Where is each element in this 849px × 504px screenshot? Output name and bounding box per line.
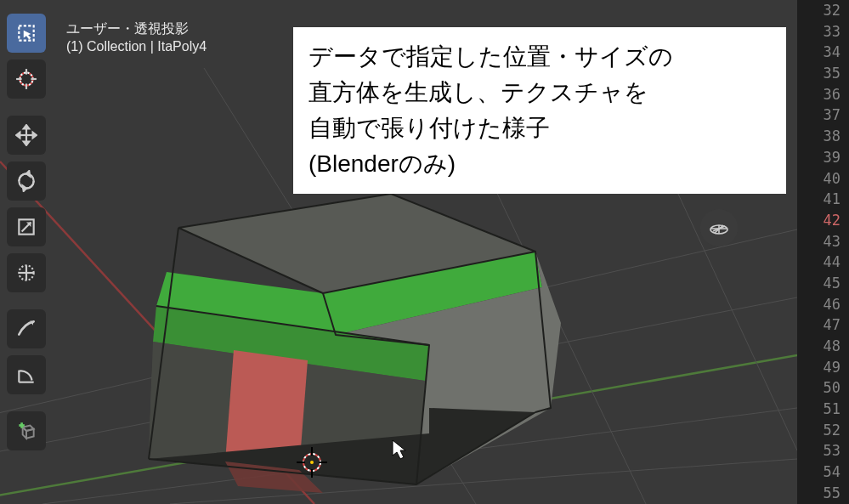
line-number: 43 — [797, 231, 849, 252]
svg-marker-29 — [24, 31, 31, 40]
viewport-title: ユーザー・透視投影 — [66, 20, 189, 38]
viewport-subtitle: (1) Collection | ItaPoly4 — [66, 39, 207, 54]
line-number-gutter: 3233343536373839404142434445464748495051… — [797, 0, 849, 504]
line-number: 52 — [797, 420, 849, 441]
measure-icon — [15, 364, 37, 386]
svg-marker-38 — [24, 125, 30, 128]
line-number: 53 — [797, 440, 849, 462]
toolbar — [7, 14, 46, 450]
line-number: 34 — [797, 42, 849, 63]
mouse-pointer — [391, 439, 408, 461]
line-number: 42 — [797, 210, 849, 231]
line-number: 50 — [797, 377, 849, 399]
line-number: 32 — [797, 0, 849, 21]
annotation-line: データで指定した位置・サイズの — [308, 39, 771, 75]
line-number: 55 — [797, 483, 849, 504]
cube-mesh[interactable] — [85, 153, 586, 504]
viewport-grid-icon — [709, 218, 729, 238]
tool-add-cube[interactable] — [7, 411, 46, 450]
line-number: 44 — [797, 252, 849, 273]
line-number: 33 — [797, 21, 849, 42]
line-number: 54 — [797, 462, 849, 483]
annotation-overlay: データで指定した位置・サイズの 直方体を生成し、テクスチャを 自動で張り付けた様… — [293, 27, 786, 194]
tool-rotate[interactable] — [7, 161, 46, 201]
tool-select-box[interactable] — [7, 14, 46, 53]
svg-marker-41 — [33, 133, 37, 139]
annotation-line: 自動で張り付けた様子 — [308, 110, 771, 146]
line-number: 48 — [797, 336, 849, 357]
line-number: 37 — [797, 105, 849, 126]
tool-transform[interactable] — [7, 253, 46, 292]
scale-icon — [15, 216, 37, 238]
tool-annotate[interactable] — [7, 309, 46, 348]
line-number: 46 — [797, 294, 849, 315]
tool-measure[interactable] — [7, 355, 46, 394]
svg-marker-39 — [24, 142, 30, 145]
viewport-gizmo-panel — [700, 209, 738, 246]
rotate-icon — [15, 170, 37, 192]
svg-marker-43 — [26, 171, 30, 177]
annotation-line: (Blenderのみ) — [308, 146, 771, 182]
tool-cursor[interactable] — [7, 59, 46, 99]
viewport-3d[interactable]: ユーザー・透視投影 (1) Collection | ItaPoly4 — [0, 0, 797, 504]
move-icon — [15, 124, 37, 146]
tool-move[interactable] — [7, 116, 46, 155]
select-box-icon — [15, 22, 37, 44]
svg-point-26 — [310, 461, 314, 464]
add-cube-icon — [15, 420, 37, 442]
annotate-icon — [15, 318, 37, 340]
line-number: 38 — [797, 126, 849, 147]
line-number: 51 — [797, 399, 849, 420]
line-number: 47 — [797, 314, 849, 336]
svg-marker-54 — [26, 429, 34, 439]
line-number: 39 — [797, 147, 849, 168]
line-number: 35 — [797, 63, 849, 84]
annotation-line: 直方体を生成し、テクスチャを — [308, 75, 771, 110]
line-number: 36 — [797, 84, 849, 105]
svg-marker-27 — [393, 440, 405, 459]
line-number: 40 — [797, 168, 849, 190]
svg-marker-40 — [16, 133, 20, 139]
line-number: 45 — [797, 273, 849, 294]
cursor-3d — [295, 445, 329, 479]
transform-icon — [15, 262, 37, 284]
cursor-icon — [15, 68, 37, 90]
viewport-grid-toggle[interactable] — [700, 209, 738, 246]
line-number: 49 — [797, 357, 849, 378]
tool-scale[interactable] — [7, 207, 46, 246]
line-number: 41 — [797, 189, 849, 210]
